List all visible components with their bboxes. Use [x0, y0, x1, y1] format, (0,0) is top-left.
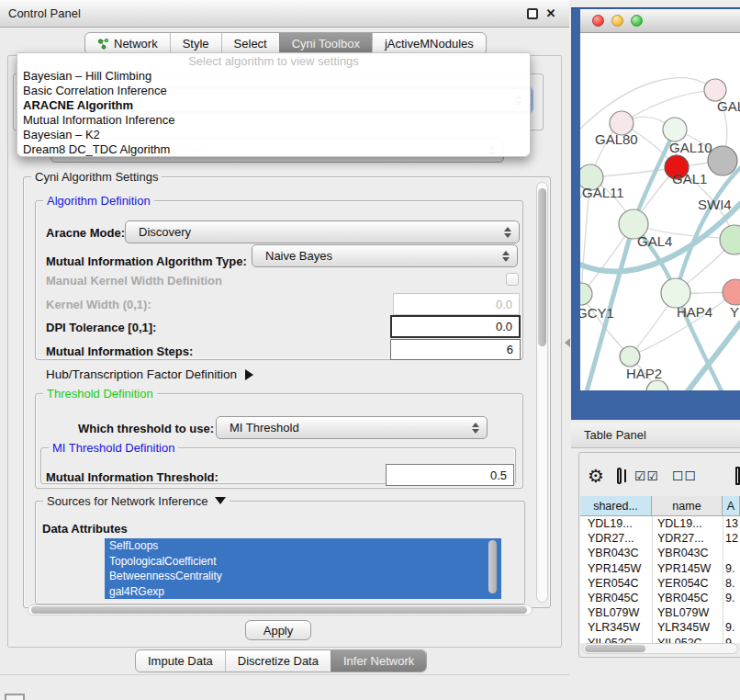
tab-style[interactable]: Style: [170, 33, 221, 54]
close-panel-icon[interactable]: ✕: [544, 6, 558, 22]
scrollbar-thumb[interactable]: [31, 606, 527, 614]
control-panel-titlebar: Control Panel: [0, 0, 569, 28]
table-row[interactable]: YBR045CYBR045C9.: [580, 591, 740, 605]
mi-threshold-field[interactable]: 0.5: [386, 464, 514, 486]
node-gal10[interactable]: [663, 118, 687, 141]
list-vertical-scrollbar[interactable]: [488, 539, 499, 598]
dpi-tolerance-field[interactable]: 0.0: [390, 315, 521, 338]
gear-icon[interactable]: ⚙: [588, 462, 604, 490]
kernel-width-field[interactable]: 0.0: [393, 293, 520, 315]
tab-discretize-data[interactable]: Discretize Data: [225, 650, 331, 672]
settings-horizontal-scrollbar[interactable]: [28, 604, 533, 615]
list-item[interactable]: TopologicalCoefficient: [105, 554, 501, 570]
node-label: HAP4: [677, 304, 712, 320]
list-item[interactable]: BetweennessCentrality: [105, 569, 501, 584]
zoom-window-icon[interactable]: [631, 15, 643, 27]
apply-button[interactable]: Apply: [245, 620, 311, 640]
node-hap2[interactable]: [620, 346, 640, 367]
network-view-canvas[interactable]: GAL GAL80 GAL10 GAL1 GAL11 SWI4 GAL4 GCY…: [580, 33, 740, 390]
mi-threshold-label: Mutual Information Threshold:: [46, 470, 219, 484]
threshold-definition-title: Threshold Definition: [43, 387, 157, 401]
splitter-collapse-arrow[interactable]: [565, 338, 570, 347]
scrollbar-thumb[interactable]: [488, 540, 497, 593]
settings-vertical-scrollbar[interactable]: [536, 182, 548, 603]
tab-infer-network[interactable]: Infer Network: [331, 650, 426, 672]
sources-group-title[interactable]: Sources for Network Inference: [43, 494, 230, 508]
node-swi4[interactable]: [720, 225, 740, 254]
mi-algorithm-type-label: Mutual Information Algorithm Type:: [46, 254, 247, 268]
node-label: HAP2: [626, 366, 662, 381]
function-builder-icon[interactable]: [735, 467, 740, 485]
node-label: GAL11: [582, 185, 624, 200]
table-row[interactable]: YER054CYER054C8.: [580, 576, 740, 591]
scrollbar-thumb[interactable]: [538, 188, 546, 346]
node[interactable]: [646, 380, 668, 390]
table-row[interactable]: YPR145WYPR145W9.: [580, 561, 740, 576]
node-label: GAL80: [595, 131, 638, 147]
manual-kernel-width-label: Manual Kernel Width Definition: [46, 274, 222, 288]
popup-item-selected[interactable]: ARACNE Algorithm: [17, 98, 530, 113]
node-label: GAL10: [669, 140, 712, 155]
mi-algorithm-type-value: Naive Bayes: [265, 249, 332, 263]
tab-impute-data[interactable]: Impute Data: [136, 650, 225, 672]
mi-algorithm-type-combo[interactable]: Naive Bayes: [252, 244, 518, 267]
table-header-row: shared... name A: [580, 496, 740, 516]
algorithm-dropdown-popup: Select algorithm to view settings Bayesi…: [17, 52, 531, 157]
minimize-window-icon[interactable]: [611, 15, 623, 27]
table-row[interactable]: YIL052CYIL052C9.: [580, 636, 740, 644]
collapse-down-icon[interactable]: [215, 497, 226, 504]
popup-item[interactable]: Basic Correlation Inference: [17, 84, 530, 98]
tab-network[interactable]: Network: [85, 33, 170, 54]
aracne-mode-label: Aracne Mode:: [46, 226, 125, 240]
table-row[interactable]: YBR043CYBR043C: [580, 546, 740, 560]
table-row[interactable]: YDR27...YDR27...12: [580, 531, 740, 546]
aracne-mode-value: Discovery: [139, 225, 191, 239]
table-row[interactable]: YBL079WYBL079W: [580, 605, 740, 620]
tab-jactivemnodules[interactable]: jActiveMNodules: [372, 33, 486, 54]
node-salmon[interactable]: [723, 279, 740, 305]
node-label: GAL4: [637, 233, 672, 249]
hub-definition-toggle[interactable]: Hub/Transcription Factor Definition: [46, 367, 253, 381]
list-item[interactable]: SelfLoops: [105, 538, 501, 554]
which-threshold-value: MI Threshold: [230, 421, 299, 435]
network-graph: GAL GAL80 GAL10 GAL1 GAL11 SWI4 GAL4 GCY…: [580, 33, 740, 390]
network-window-titlebar[interactable]: [580, 9, 740, 33]
tab-cyni-toolbox[interactable]: Cyni Toolbox: [279, 33, 372, 54]
column-header-shared-name[interactable]: shared...: [580, 496, 652, 515]
unselect-all-columns-icon[interactable]: ☐☐: [672, 469, 697, 483]
network-graph-icon: [97, 38, 109, 50]
aracne-mode-combo[interactable]: Discovery: [125, 220, 520, 243]
column-header-name[interactable]: name: [652, 496, 723, 515]
dpi-tolerance-label: DPI Tolerance [0,1]:: [46, 321, 156, 334]
expand-right-icon[interactable]: [245, 369, 253, 380]
popup-item[interactable]: Mutual Information Inference: [17, 113, 530, 128]
list-item[interactable]: gal4RGexp: [105, 584, 501, 600]
node-label: GCY1: [580, 305, 614, 321]
scrollbar-thumb[interactable]: [585, 645, 645, 652]
select-all-columns-icon[interactable]: ☑☑: [634, 469, 659, 483]
column-header-partial[interactable]: A: [723, 496, 740, 515]
which-threshold-combo[interactable]: MI Threshold: [216, 416, 488, 439]
columns-icon[interactable]: [617, 468, 622, 484]
mi-steps-field[interactable]: 6: [390, 339, 521, 360]
node-gcy1[interactable]: [580, 283, 592, 305]
kernel-width-label: Kernel Width (0,1):: [46, 298, 151, 311]
popup-item[interactable]: Dream8 DC_TDC Algorithm: [17, 142, 530, 157]
tab-select[interactable]: Select: [221, 33, 279, 54]
combo-stepper-icon: [502, 251, 510, 262]
close-window-icon[interactable]: [592, 15, 604, 27]
popup-item[interactable]: Bayesian – K2: [17, 128, 530, 142]
table-horizontal-scrollbar[interactable]: [582, 643, 738, 654]
mi-threshold-group-title: MI Threshold Definition: [49, 441, 178, 455]
node-gray[interactable]: [708, 146, 737, 175]
table-row[interactable]: YDL19...YDL19...13: [580, 516, 740, 531]
minimized-panel-icon[interactable]: [5, 694, 25, 700]
control-panel-title: Control Panel: [8, 6, 81, 20]
mi-steps-label: Mutual Information Steps:: [46, 344, 193, 358]
manual-kernel-width-checkbox[interactable]: [506, 273, 519, 286]
which-threshold-label: Which threshold to use:: [78, 422, 214, 435]
table-row[interactable]: YLR345WYLR345W9.: [580, 620, 740, 635]
float-window-icon[interactable]: [527, 8, 538, 19]
popup-item[interactable]: Bayesian – Hill Climbing: [17, 69, 530, 84]
popup-prompt: Select algorithm to view settings: [17, 53, 530, 69]
